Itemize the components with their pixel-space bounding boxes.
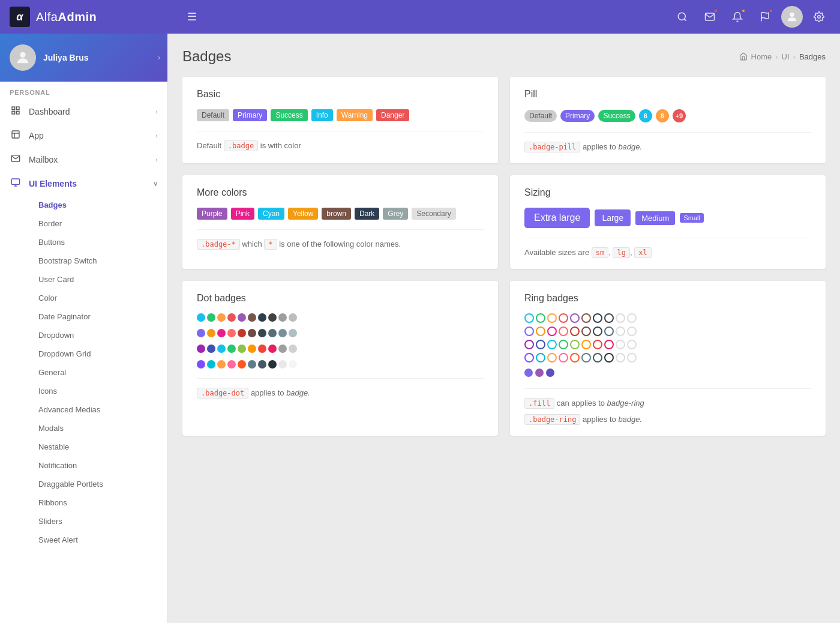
ring-badge [547,353,557,363]
sidebar-subitems: Badges Border Buttons Bootstrap Switch U… [0,196,167,549]
search-button[interactable] [671,5,694,28]
sidebar-subitem-notification[interactable]: Notification [29,456,167,475]
sidebar: Juliya Brus › PERSONAL Dashboard › App ›… [0,34,168,623]
sizing-code-lg: lg [613,247,629,258]
dot-badge [197,345,205,353]
badge-default: Default [197,109,229,121]
ring-badge [581,340,591,349]
sidebar-subitem-bootstrap-switch[interactable]: Bootstrap Switch [29,251,167,270]
ring-badge [536,353,545,363]
sidebar-subitem-draggable-portlets[interactable]: Draggable Portlets [29,475,167,493]
settings-button[interactable] [808,5,830,28]
pill-badge-default: Default [524,110,557,122]
sidebar-subitem-sweet-alert[interactable]: Sweet Alert [29,531,167,549]
sidebar-subitem-badges[interactable]: Badges [29,196,167,214]
mail-button[interactable] [698,5,721,28]
ring-badge [570,353,580,363]
page-title: Badges [182,48,231,65]
sidebar-subitem-border[interactable]: Border [29,214,167,233]
sidebar-item-app[interactable]: App › [0,124,167,148]
ring-badge [616,313,625,323]
ring-badge [559,327,568,336]
sidebar-subitem-buttons[interactable]: Buttons [29,233,167,251]
sidebar-item-mailbox[interactable]: Mailbox › [0,148,167,172]
ring-fill-desc: .fill can applies to badge-ring [524,399,811,408]
ring-badge [593,353,602,363]
dot-badge [289,345,297,353]
svg-rect-6 [12,107,15,110]
sidebar-item-label-ui-elements: UI Elements [29,179,77,188]
ring-badge [547,313,557,323]
sidebar-subitem-modals[interactable]: Modals [29,419,167,438]
sidebar-item-label-app: App [29,131,44,140]
sidebar-item-ui-elements[interactable]: UI Elements ∨ [0,172,167,196]
sizing-desc: Available sizes are sm, lg, xl [524,248,811,257]
dot-badge [197,329,205,337]
ring-badge [524,327,534,336]
home-icon [739,52,748,61]
breadcrumb-home[interactable]: Home [751,52,772,61]
pill-badge-num2: 8 [656,109,669,122]
badge-warning: Warning [337,109,373,121]
sidebar-subitem-general[interactable]: General [29,363,167,382]
sidebar-subitem-color[interactable]: Color [29,289,167,307]
ring-badge [559,340,568,349]
badge-cyan: Cyan [258,208,284,220]
mailbox-chevron-icon: › [155,156,158,163]
basic-divider [197,131,484,131]
flag-badge [769,8,773,13]
sidebar-subitem-dropdown-grid[interactable]: Dropdown Grid [29,345,167,363]
dot-badge [238,360,246,369]
card-sizing: Sizing Extra large Large Medium Small Av… [510,175,826,269]
pill-badge-primary: Primary [560,110,595,122]
sidebar-subitem-advanced-medias[interactable]: Advanced Medias [29,400,167,419]
dot-badge [258,313,266,322]
dot-badge [268,313,277,322]
card-pill-title: Pill [524,89,811,100]
card-basic: Basic Default Primary Success Info Warni… [182,77,498,163]
more-colors-code2: * [264,239,277,250]
breadcrumb-ui[interactable]: UI [782,52,790,61]
svg-point-5 [20,52,25,58]
dot-divider [197,378,484,379]
bell-button[interactable] [726,5,749,28]
svg-point-0 [678,13,685,20]
flag-button[interactable] [754,5,776,28]
basic-desc: Default .badge is with color [197,141,484,150]
dot-badge [227,313,236,322]
ring-badge [536,313,545,323]
sidebar-subitem-ribbons[interactable]: Ribbons [29,493,167,512]
dashboard-chevron-icon: › [155,108,158,115]
badge-success: Success [271,109,307,121]
dot-badge [248,313,256,322]
basic-badge-row: Default Primary Success Info Warning Dan… [197,109,484,121]
breadcrumb-current: Badges [799,52,826,61]
sidebar-user-avatar [10,44,36,71]
ring-divider [524,388,811,389]
dot-row [197,329,484,337]
badge-sm: Small [680,213,704,223]
sidebar-subitem-dropdown[interactable]: Dropdown [29,326,167,345]
ring-row [524,327,811,336]
sidebar-subitem-icons[interactable]: Icons [29,382,167,400]
ring-badge [593,327,602,336]
card-ring-badges-title: Ring badges [524,293,811,304]
mail-badge [713,8,718,13]
hamburger-button[interactable]: ☰ [182,5,202,28]
sizing-badge-row: Extra large Large Medium Small [524,208,811,228]
ui-elements-chevron-icon: ∨ [153,180,158,188]
basic-code: .badge [224,140,258,151]
ring-badge [570,340,580,349]
badge-brown: brown [322,208,351,220]
sidebar-subitem-date-paginator[interactable]: Date Paginator [29,307,167,326]
ring-badge [559,313,568,323]
badge-lg: Large [595,209,631,226]
card-ring-badges: Ring badges .fill can applies to badge-r… [510,281,826,436]
sidebar-item-dashboard[interactable]: Dashboard › [0,100,167,124]
sidebar-user[interactable]: Juliya Brus › [0,34,167,82]
sidebar-subitem-nestable[interactable]: Nestable [29,438,167,456]
sidebar-subitem-user-card[interactable]: User Card [29,270,167,289]
badge-primary: Primary [233,109,267,121]
sidebar-subitem-sliders[interactable]: Sliders [29,512,167,531]
user-avatar-button[interactable] [781,6,803,28]
